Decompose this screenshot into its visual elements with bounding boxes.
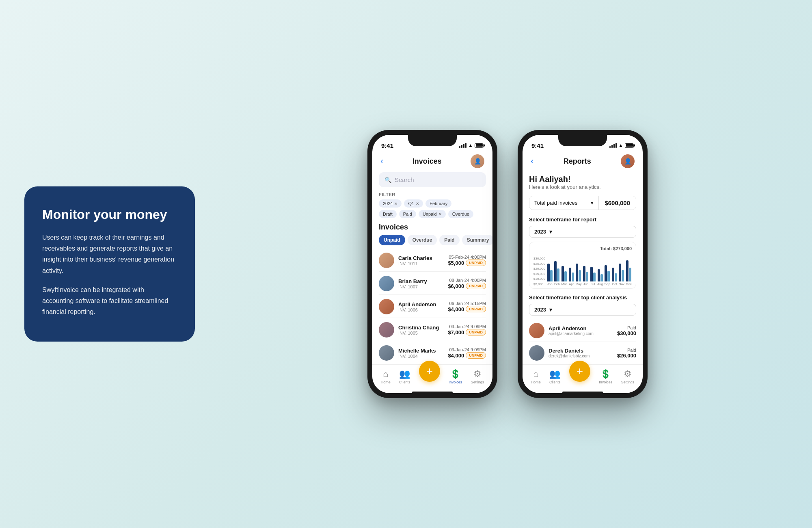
clients-icon-2: 👥	[549, 369, 560, 379]
avatar-header-2[interactable]: 👤	[621, 154, 635, 168]
status-time-1: 9:41	[381, 142, 393, 149]
filter-tag-paid[interactable]: Paid	[399, 210, 416, 218]
settings-icon-2: ⚙	[624, 369, 632, 379]
invoice-name-april: April Anderson	[398, 301, 444, 307]
search-icon-1: 🔍	[384, 177, 391, 183]
invoice-amount-brian: $6,000	[448, 283, 464, 289]
fab-add-1[interactable]: +	[419, 361, 440, 382]
invoice-badge-april: UNPAID	[466, 306, 486, 312]
invoice-num-christina: INV. 1005	[398, 331, 444, 335]
filter-label-1: FILTER	[379, 192, 486, 197]
fab-add-2[interactable]: +	[569, 361, 590, 382]
year-dropdown-2[interactable]: 2023 ▾	[529, 304, 636, 316]
search-bar-1[interactable]: 🔍 Search	[379, 172, 486, 187]
invoice-item-christina[interactable]: Christina Chang INV. 1005 03-Jan-24 9:09…	[379, 319, 486, 341]
status-time-2: 9:41	[531, 142, 544, 149]
client-amount-april: $30,000	[617, 330, 636, 336]
nav-home-label-1: Home	[381, 380, 391, 384]
filter-tag-q1[interactable]: Q1 ✕	[404, 199, 423, 208]
client-item-april[interactable]: April Anderson april@acamarketing.com Pa…	[529, 320, 636, 342]
app-header-2: ‹ Reports 👤	[523, 153, 643, 172]
nav-clients-1[interactable]: 👥 Clients	[399, 369, 410, 384]
invoices-icon-1: 💲	[450, 369, 461, 379]
invoice-right-carla: 05-Feb-24 4:00PM $5,000 UNPAID	[448, 255, 486, 266]
screen-content-2: Hi Aaliyah! Here's a look at your analyt…	[523, 172, 643, 364]
screen-title-1: Invoices	[383, 157, 471, 166]
home-icon-1: ⌂	[383, 369, 388, 379]
client-name-derek: Derek Daniels	[549, 348, 613, 354]
chart-bar-dec: Dec	[626, 252, 632, 286]
invoice-badge-carla: UNPAID	[466, 260, 486, 266]
invoice-name-christina: Christina Chang	[398, 325, 444, 331]
wifi-icon-1: ▲	[468, 143, 473, 148]
tab-unpaid[interactable]: Unpaid	[379, 235, 405, 245]
status-icons-1: ▲	[459, 143, 484, 148]
invoice-name-carla: Carla Charles	[398, 255, 444, 261]
report-value: $600,000	[599, 196, 636, 210]
chart-bar-jun: Jun	[583, 252, 589, 286]
blue-card: Monitor your money Users can keep track …	[24, 186, 195, 342]
year-label-2: 2023	[534, 307, 546, 313]
invoice-item-brian[interactable]: Brian Barry INV. 1007 08-Jan-24 4:00PM $…	[379, 273, 486, 295]
year-dropdown-1[interactable]: 2023 ▾	[529, 226, 636, 238]
chart-bar-jul: Jul	[590, 252, 596, 286]
paragraph1: Users can keep track of their earnings a…	[42, 232, 177, 276]
invoices-section-title: Invoices	[379, 223, 486, 232]
tab-paid[interactable]: Paid	[439, 235, 459, 245]
timeframe-label: Select timeframe for report	[529, 216, 636, 223]
phone-screen-reports: 9:41 ▲	[523, 135, 643, 393]
filter-tag-overdue[interactable]: Overdue	[448, 210, 473, 218]
client-info-derek: Derek Daniels derek@danielsbiz.com	[549, 348, 613, 358]
y-label-5: $10,000	[533, 277, 545, 281]
invoice-info-carla: Carla Charles INV. 1011	[398, 255, 444, 266]
invoice-item-carla[interactable]: Carla Charles INV. 1011 05-Feb-24 4:00PM…	[379, 249, 486, 272]
left-panel: Monitor your money Users can keep track …	[24, 186, 195, 342]
back-button-2[interactable]: ‹	[531, 156, 533, 167]
remove-q1[interactable]: ✕	[416, 201, 419, 206]
y-label-1: $30,000	[533, 257, 545, 260]
filter-tag-draft[interactable]: Draft	[379, 210, 397, 218]
tab-overdue[interactable]: Overdue	[408, 235, 437, 245]
remove-unpaid[interactable]: ✕	[438, 212, 442, 216]
client-amount-derek: $26,000	[617, 353, 636, 359]
invoice-badge-michelle: UNPAID	[466, 352, 486, 359]
chart-bar-mar: Mar	[561, 252, 567, 286]
year-chevron-icon: ▾	[549, 229, 552, 235]
chevron-down-icon: ▾	[591, 200, 594, 206]
phone-reports: 9:41 ▲	[518, 130, 648, 398]
home-icon-2: ⌂	[533, 369, 538, 379]
nav-settings-1[interactable]: ⚙ Settings	[471, 369, 484, 384]
nav-home-1[interactable]: ⌂ Home	[381, 369, 391, 384]
back-button-1[interactable]: ‹	[380, 156, 383, 167]
invoice-item-april[interactable]: April Anderson INV. 1006 06-Jan-24 5:15P…	[379, 296, 486, 318]
tab-summary[interactable]: Summary	[462, 235, 492, 245]
nav-clients-2[interactable]: 👥 Clients	[549, 369, 561, 384]
avatar-carla	[379, 253, 394, 268]
avatar-header-1[interactable]: 👤	[471, 154, 484, 168]
chart-bar-may: May	[575, 252, 581, 286]
client-right-april: Paid $30,000	[617, 325, 636, 336]
report-type-select[interactable]: Total paid invoices ▾	[529, 196, 599, 210]
nav-home-2[interactable]: ⌂ Home	[531, 369, 541, 384]
nav-settings-2[interactable]: ⚙ Settings	[621, 369, 635, 384]
invoice-info-april: April Anderson INV. 1006	[398, 301, 444, 312]
invoice-num-carla: INV. 1011	[398, 261, 444, 266]
app-header-1: ‹ Invoices 👤	[372, 153, 492, 172]
remove-2024[interactable]: ✕	[394, 201, 397, 206]
clients-icon-1: 👥	[399, 369, 410, 379]
invoice-right-april: 06-Jan-24 5:15PM $4,000 UNPAID	[448, 301, 486, 312]
y-label-4: $15,000	[533, 272, 545, 276]
report-selector[interactable]: Total paid invoices ▾ $600,000	[529, 196, 636, 210]
nav-invoices-1[interactable]: 💲 Invoices	[449, 369, 462, 384]
filter-tag-february[interactable]: February	[425, 199, 451, 208]
invoice-name-brian: Brian Barry	[398, 278, 444, 284]
nav-invoices-2[interactable]: 💲 Invoices	[599, 369, 612, 384]
home-bar-2	[562, 392, 603, 393]
invoice-num-brian: INV. 1007	[398, 284, 444, 289]
page-container: Monitor your money Users can keep track …	[0, 0, 812, 528]
status-icons-2: ▲	[609, 143, 634, 148]
year-label-1: 2023	[534, 229, 546, 235]
client-analysis-label: Select timeframe for top client analysis	[529, 294, 636, 301]
filter-tag-unpaid[interactable]: Unpaid ✕	[419, 210, 446, 218]
filter-tag-2024[interactable]: 2024 ✕	[379, 199, 402, 208]
